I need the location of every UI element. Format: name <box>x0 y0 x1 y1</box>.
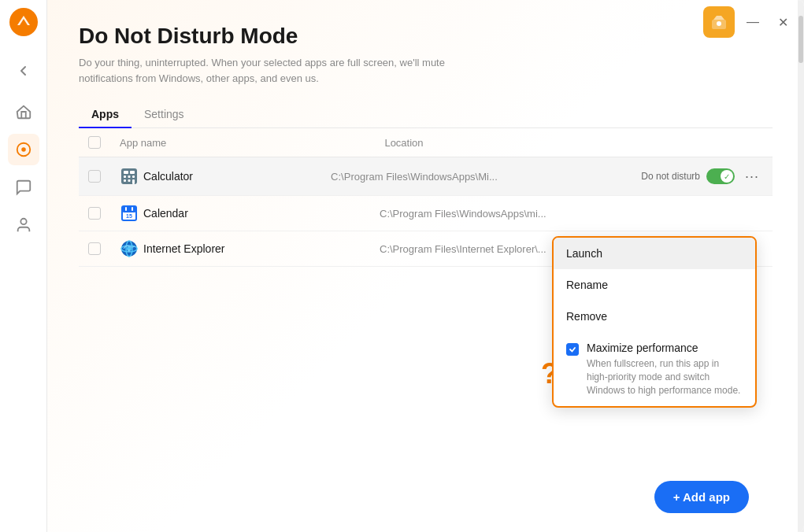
tab-apps[interactable]: Apps <box>79 102 132 128</box>
maximize-performance-checkbox[interactable] <box>566 343 579 356</box>
svg-rect-8 <box>130 171 135 174</box>
svg-rect-17 <box>123 209 135 212</box>
close-button[interactable]: ✕ <box>771 10 795 34</box>
svg-rect-11 <box>132 175 135 178</box>
minimize-button[interactable]: — <box>741 10 765 34</box>
row-checkbox-ie[interactable] <box>88 242 101 255</box>
ie-icon: e <box>120 239 139 258</box>
sidebar <box>0 0 47 532</box>
sidebar-item-dnd[interactable] <box>8 134 39 165</box>
page-subtitle: Do your thing, uninterrupted. When your … <box>79 55 472 86</box>
tab-settings[interactable]: Settings <box>132 102 197 128</box>
app-name-calculator: Calculator <box>143 170 193 183</box>
main-window: — ✕ Do Not Disturb Mode Do your thing, u… <box>47 0 804 532</box>
maximize-performance-desc: When fullscreen, run this app in high-pr… <box>587 357 743 397</box>
scrollbar[interactable] <box>798 0 804 532</box>
app-actions-calculator: Do not disturb ✓ ··· <box>641 165 763 187</box>
row-checkbox-calendar[interactable] <box>88 207 101 220</box>
dnd-label: Do not disturb <box>641 171 700 182</box>
menu-item-remove[interactable]: Remove <box>554 301 755 332</box>
svg-text:15: 15 <box>126 213 132 219</box>
svg-rect-18 <box>125 207 127 211</box>
add-app-button[interactable]: + Add app <box>654 481 749 513</box>
page-title: Do Not Disturb Mode <box>79 24 773 49</box>
svg-rect-10 <box>128 175 131 178</box>
select-all-checkbox[interactable] <box>88 136 101 149</box>
sidebar-item-chat[interactable] <box>8 172 39 203</box>
title-bar: — ✕ <box>694 0 804 44</box>
table-row[interactable]: 15 Calendar C:\Program Files\WindowsApps… <box>79 196 773 231</box>
sidebar-item-user[interactable] <box>8 209 39 241</box>
table-header: App name Location <box>79 128 773 157</box>
back-button[interactable] <box>14 52 33 90</box>
tabs-container: Apps Settings <box>79 102 773 128</box>
menu-item-rename[interactable]: Rename <box>554 269 755 301</box>
menu-item-launch-label: Launch <box>566 247 602 260</box>
app-name-ie: Internet Explorer <box>143 242 225 255</box>
svg-point-2 <box>21 147 26 152</box>
toggle-knob: ✓ <box>721 170 733 183</box>
col-header-name: App name <box>120 137 372 149</box>
svg-rect-19 <box>132 207 133 211</box>
menu-item-remove-label: Remove <box>566 310 607 323</box>
menu-item-launch[interactable]: Launch <box>554 238 755 269</box>
svg-rect-13 <box>128 179 131 182</box>
svg-rect-12 <box>124 179 126 182</box>
app-location-calendar: C:\Program Files\WindowsApps\mi... <box>380 208 750 220</box>
sidebar-nav <box>8 96 39 524</box>
app-logo[interactable] <box>9 8 38 36</box>
toggle-calculator[interactable]: ✓ <box>706 168 735 184</box>
calendar-icon: 15 <box>120 204 139 223</box>
svg-rect-7 <box>124 171 128 174</box>
dnd-toggle-calculator[interactable]: ✓ <box>706 168 735 184</box>
more-options-calculator[interactable]: ··· <box>741 165 763 187</box>
maximize-performance-label: Maximize performance <box>587 342 743 354</box>
row-checkbox-calculator[interactable] <box>88 170 101 183</box>
upgrade-badge[interactable] <box>703 6 735 38</box>
app-location-calculator: C:\Program Files\WindowsApps\Mi... <box>331 171 628 183</box>
menu-item-rename-label: Rename <box>566 279 608 291</box>
svg-rect-9 <box>124 175 126 178</box>
calculator-icon <box>120 167 139 186</box>
svg-point-5 <box>717 21 721 26</box>
menu-item-maximize-performance[interactable]: Maximize performance When fullscreen, ru… <box>554 332 755 406</box>
context-menu: Launch Rename Remove Maximize performanc… <box>552 236 757 408</box>
toggle-check-icon: ✓ <box>724 172 730 181</box>
svg-rect-14 <box>132 179 135 184</box>
sidebar-item-home[interactable] <box>8 96 39 127</box>
app-name-calendar: Calendar <box>143 207 188 220</box>
scrollbar-thumb[interactable] <box>798 16 803 63</box>
svg-point-3 <box>20 219 26 224</box>
col-header-location: Location <box>384 137 763 149</box>
table-row[interactable]: Calculator C:\Program Files\WindowsApps\… <box>79 157 773 196</box>
